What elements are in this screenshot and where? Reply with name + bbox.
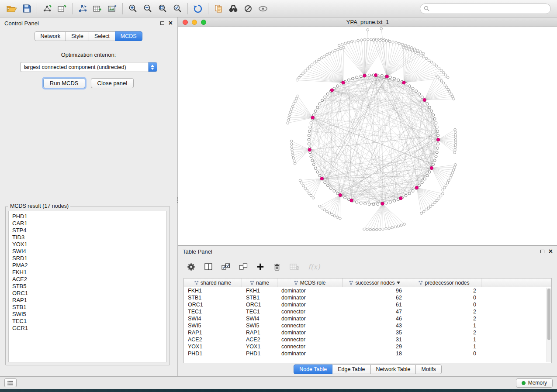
- copy-view-button[interactable]: [211, 2, 226, 15]
- window-close-button[interactable]: [183, 20, 188, 25]
- mcds-result-item[interactable]: ORC1: [12, 290, 163, 297]
- save-session-button[interactable]: [19, 2, 34, 15]
- zoom-fit-button[interactable]: [155, 2, 170, 15]
- column-header-MCDS-role[interactable]: MCDS role: [277, 279, 343, 287]
- new-table-button[interactable]: [90, 2, 105, 15]
- close-table-panel-icon[interactable]: ×: [549, 248, 553, 255]
- float-panel-icon[interactable]: [160, 21, 164, 25]
- table-panel: Table Panel × f(x) shared namenameMCDS r…: [178, 245, 557, 376]
- network-view[interactable]: [178, 27, 557, 245]
- window-zoom-button[interactable]: [201, 20, 206, 25]
- graphics-details-button[interactable]: [256, 2, 270, 15]
- table-cell: ORC1: [184, 302, 242, 308]
- function-builder-button[interactable]: f(x): [308, 263, 320, 271]
- mcds-result-item[interactable]: STB1: [12, 304, 163, 311]
- tab-network-table[interactable]: Network Table: [370, 364, 416, 374]
- mcds-result-item[interactable]: ACE2: [12, 276, 163, 283]
- select-all-rows-button[interactable]: [221, 263, 230, 271]
- toggle-columns-button[interactable]: [204, 263, 213, 271]
- import-network-button[interactable]: [40, 2, 55, 15]
- mcds-result-item[interactable]: STP4: [12, 227, 163, 234]
- zoom-selected-button[interactable]: [170, 2, 185, 15]
- table-row[interactable]: STB1STB1dominator620: [184, 294, 551, 301]
- close-panel-icon[interactable]: ×: [169, 20, 173, 27]
- mcds-result-item[interactable]: YOX1: [12, 241, 163, 248]
- mcds-result-list[interactable]: PHD1CAR1STP4TID3YOX1SWI4SRD1PMA2FKH1ACE2…: [8, 211, 167, 362]
- column-header-predecessor-nodes[interactable]: predecessor nodes: [407, 279, 481, 287]
- find-button[interactable]: [226, 2, 241, 15]
- table-row[interactable]: RAP1RAP1dominator352: [184, 329, 551, 336]
- table-row[interactable]: YOX1YOX1connector291: [184, 343, 551, 350]
- mcds-result-item[interactable]: PMA2: [12, 262, 163, 269]
- delete-column-button[interactable]: [273, 263, 281, 271]
- zoom-out-button[interactable]: [140, 2, 155, 15]
- mcds-result-item[interactable]: RAP1: [12, 297, 163, 304]
- tab-mcds[interactable]: MCDS: [115, 31, 142, 41]
- mcds-result-item[interactable]: TID3: [12, 234, 163, 241]
- tab-edge-table[interactable]: Edge Table: [332, 364, 370, 374]
- column-header-name[interactable]: name: [242, 279, 277, 287]
- table-row[interactable]: PHD1PHD1dominator180: [184, 350, 551, 357]
- float-table-panel-icon[interactable]: [540, 250, 544, 253]
- mcds-result-item[interactable]: SWI4: [12, 248, 163, 255]
- mcds-result-item[interactable]: STB5: [12, 283, 163, 290]
- table-cell: SWI4: [184, 316, 242, 322]
- mcds-result-item[interactable]: FKH1: [12, 269, 163, 276]
- new-network-button[interactable]: [75, 2, 90, 15]
- tab-style[interactable]: Style: [66, 31, 89, 41]
- table-cell: ACE2: [242, 337, 277, 343]
- run-mcds-button[interactable]: Run MCDS: [43, 78, 85, 88]
- memory-status-icon: [522, 381, 526, 385]
- search-box[interactable]: [420, 3, 551, 14]
- table-cell: 47: [343, 309, 407, 315]
- table-row[interactable]: ORC1ORC1dominator610: [184, 301, 551, 308]
- optimization-criterion-select[interactable]: largest connected component (undirected): [20, 62, 157, 72]
- table-cell: PHD1: [242, 351, 277, 357]
- status-menu-button[interactable]: [4, 378, 17, 387]
- table-row[interactable]: SWI4SWI4dominator462: [184, 315, 551, 322]
- filter-button[interactable]: [241, 2, 256, 15]
- mcds-result-item[interactable]: CAR1: [12, 220, 163, 227]
- add-column-button[interactable]: [256, 263, 264, 271]
- table-scrollbar[interactable]: [547, 288, 551, 362]
- mcds-result-item[interactable]: SRD1: [12, 255, 163, 262]
- search-icon: [424, 6, 429, 11]
- mcds-result-item[interactable]: GCR1: [12, 325, 163, 332]
- network-window-titlebar[interactable]: YPA_prune.txt_1: [178, 17, 557, 27]
- search-input[interactable]: [432, 6, 547, 12]
- zoom-selected-icon: [173, 4, 182, 13]
- table-row[interactable]: TEC1TEC1connector472: [184, 308, 551, 315]
- close-panel-button[interactable]: Close panel: [91, 78, 134, 88]
- import-table-button[interactable]: [55, 2, 69, 15]
- tab-network[interactable]: Network: [35, 31, 66, 41]
- deselect-all-rows-button[interactable]: [239, 263, 248, 271]
- table-row[interactable]: ACE2ACE2connector311: [184, 336, 551, 343]
- column-header-successor-nodes[interactable]: successor nodes: [343, 279, 407, 287]
- table-row[interactable]: SWI5SWI5connector431: [184, 322, 551, 329]
- table-tabs: Node TableEdge TableNetwork TableMotifs: [294, 364, 442, 374]
- tab-motifs[interactable]: Motifs: [415, 364, 441, 374]
- delete-table-icon: [290, 263, 299, 271]
- mcds-result-item[interactable]: TEC1: [12, 318, 163, 325]
- memory-button[interactable]: Memory: [516, 378, 553, 388]
- zoom-in-button[interactable]: [125, 2, 140, 15]
- mcds-result-item[interactable]: SWI5: [12, 311, 163, 318]
- column-settings-button[interactable]: [187, 263, 195, 271]
- control-panel-tabs: NetworkStyleSelectMCDS: [0, 31, 177, 41]
- memory-label: Memory: [528, 380, 547, 386]
- table-cell: ORC1: [242, 302, 277, 308]
- open-session-button[interactable]: [4, 2, 19, 15]
- scrollbar-thumb[interactable]: [547, 289, 550, 340]
- refresh-view-button[interactable]: [190, 2, 205, 15]
- table-row[interactable]: FKH1FKH1dominator962: [184, 287, 551, 294]
- network-graph[interactable]: [178, 27, 557, 245]
- table-cell: dominator: [277, 295, 343, 301]
- window-minimize-button[interactable]: [192, 20, 197, 25]
- table-cell: 46: [343, 316, 407, 322]
- mcds-result-item[interactable]: PHD1: [12, 213, 163, 220]
- export-image-button[interactable]: [105, 2, 120, 15]
- tab-select[interactable]: Select: [89, 31, 115, 41]
- delete-table-button[interactable]: [290, 263, 299, 271]
- tab-node-table[interactable]: Node Table: [294, 364, 332, 374]
- column-header-shared-name[interactable]: shared name: [184, 279, 242, 287]
